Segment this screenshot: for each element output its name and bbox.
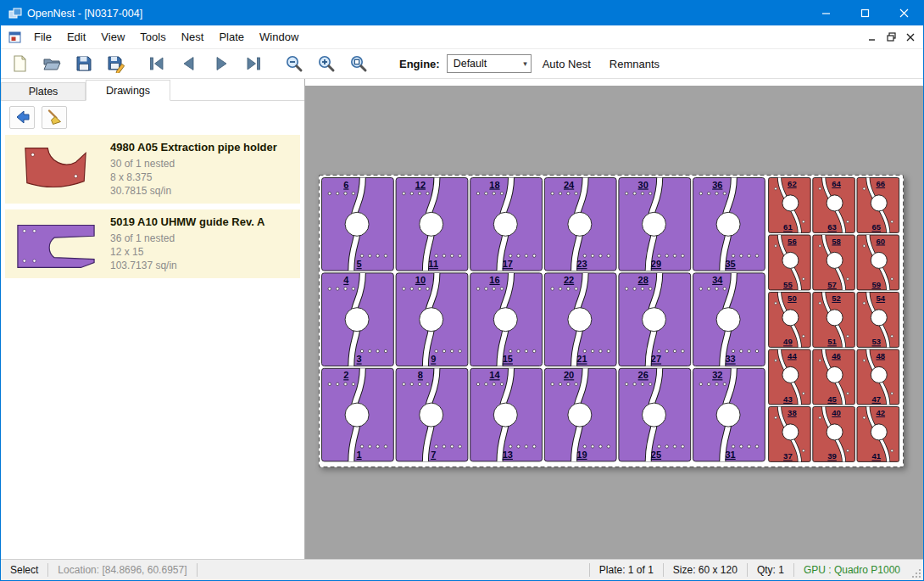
part-number: 63: [827, 222, 837, 232]
menu-window[interactable]: Window: [252, 26, 306, 47]
part-number: 47: [872, 394, 882, 404]
drill-hole: [802, 450, 804, 452]
minimize-button[interactable]: [806, 1, 845, 25]
purple-part-pair[interactable]: 3635: [693, 178, 765, 271]
drill-hole: [344, 192, 347, 194]
open-folder-icon: [42, 54, 61, 73]
drill-hole: [376, 445, 379, 448]
red-part-pair[interactable]: 4443: [769, 349, 811, 405]
drill-hole: [525, 254, 527, 257]
part-number: 65: [872, 222, 882, 232]
mdi-restore-button[interactable]: [887, 32, 896, 42]
red-part-pair[interactable]: 5453: [857, 293, 899, 348]
first-plate-button[interactable]: [145, 52, 169, 75]
drill-hole: [337, 288, 339, 290]
part-number: 64: [832, 179, 841, 188]
close-button[interactable]: [884, 1, 923, 25]
next-plate-button[interactable]: [209, 52, 233, 75]
sidebar-tabstrip: Plates Drawings: [1, 79, 304, 101]
purple-part-pair[interactable]: 2423: [544, 178, 616, 271]
red-part-pair[interactable]: 6463: [813, 178, 855, 233]
red-part-pair[interactable]: 5655: [769, 235, 811, 290]
purple-part-pair[interactable]: 43: [322, 273, 394, 366]
drill-hole: [369, 349, 371, 352]
last-plate-button[interactable]: [242, 52, 265, 75]
part-number: 38: [788, 408, 797, 417]
red-part-pair[interactable]: 6665: [857, 178, 899, 233]
tab-plates[interactable]: Plates: [1, 82, 86, 100]
purple-part-pair[interactable]: 1817: [470, 178, 543, 271]
zoom-fit-button[interactable]: [347, 52, 370, 75]
drill-hole: [493, 383, 495, 385]
red-part-pair[interactable]: 5251: [813, 293, 855, 348]
engine-select[interactable]: Default ▾: [447, 54, 532, 73]
status-location: Location: [84.8696, 60.6957]: [48, 564, 196, 576]
purple-part-pair[interactable]: 87: [396, 368, 468, 461]
drill-hole: [352, 383, 354, 385]
drawing-item-uhmw-guide[interactable]: 5019 A10 UHMW guide Rev. A 36 of 1 neste…: [5, 209, 300, 278]
red-part-pair[interactable]: 6261: [769, 178, 811, 233]
zoom-in-button[interactable]: [314, 52, 338, 75]
menu-file[interactable]: File: [26, 26, 59, 47]
drill-hole: [732, 254, 734, 257]
red-part-pair[interactable]: 5857: [813, 235, 855, 290]
purple-part-pair[interactable]: 3433: [693, 273, 765, 366]
previous-plate-button[interactable]: [177, 52, 201, 75]
red-part-pair[interactable]: 4645: [813, 349, 855, 405]
red-part-pair[interactable]: 5049: [769, 293, 811, 348]
clear-drawings-button[interactable]: [42, 106, 67, 129]
import-drawing-button[interactable]: [9, 106, 35, 129]
part-number: 2: [343, 370, 348, 380]
drill-hole: [500, 288, 503, 290]
purple-part-pair[interactable]: 1211: [396, 178, 468, 271]
red-part-pair[interactable]: 4847: [857, 349, 899, 405]
previous-arrow-icon: [179, 53, 199, 74]
document-icon[interactable]: [8, 31, 21, 43]
purple-part-pair[interactable]: 3029: [619, 178, 691, 271]
new-file-button[interactable]: [8, 52, 31, 75]
auto-nest-button[interactable]: Auto Nest: [535, 53, 598, 75]
purple-part-pair[interactable]: 2625: [619, 368, 691, 461]
save-as-button[interactable]: [104, 52, 128, 75]
purple-part-pair[interactable]: 21: [322, 368, 394, 461]
resize-grip[interactable]: [910, 560, 923, 580]
open-file-button[interactable]: [40, 52, 64, 75]
nest-plate-svg[interactable]: 6512111817242330293635431091615222128273…: [319, 175, 904, 467]
nest-canvas[interactable]: 6512111817242330293635431091615222128273…: [305, 79, 923, 559]
drill-hole: [599, 349, 602, 352]
menu-plate[interactable]: Plate: [211, 26, 252, 47]
zoom-out-button[interactable]: [282, 52, 306, 75]
purple-part-pair[interactable]: 3231: [693, 368, 765, 461]
menu-edit[interactable]: Edit: [59, 26, 93, 47]
nest-plate[interactable]: 6512111817242330293635431091615222128273…: [319, 175, 904, 467]
purple-part-pair[interactable]: 2019: [544, 368, 616, 461]
part-number: 62: [788, 179, 797, 188]
purple-part-pair[interactable]: 1615: [470, 273, 543, 366]
purple-part-pair[interactable]: 109: [396, 273, 468, 366]
red-part-pair[interactable]: 4039: [813, 407, 855, 462]
mdi-minimize-button[interactable]: [868, 33, 877, 42]
purple-part-pair[interactable]: 1413: [470, 368, 543, 461]
red-part-pair[interactable]: 4241: [857, 407, 899, 462]
purple-part-pair[interactable]: 65: [322, 178, 394, 271]
drill-hole: [775, 416, 777, 419]
drawing-item-extraction-pipe-holder[interactable]: 4980 A05 Extraction pipe holder 30 of 1 …: [5, 135, 300, 204]
tab-drawings[interactable]: Drawings: [86, 80, 170, 101]
purple-part-pair[interactable]: 2221: [544, 273, 616, 366]
red-part-pair[interactable]: 6059: [857, 235, 899, 290]
part-number: 60: [877, 237, 886, 246]
save-button[interactable]: [72, 52, 96, 75]
purple-part-pair[interactable]: 2827: [619, 273, 691, 366]
mdi-close-button[interactable]: [906, 33, 915, 42]
drill-hole: [352, 288, 354, 290]
drill-hole: [517, 254, 520, 257]
menu-tools[interactable]: Tools: [132, 26, 173, 47]
drill-hole: [863, 302, 866, 304]
maximize-button[interactable]: [845, 1, 884, 25]
menu-nest[interactable]: Nest: [174, 26, 212, 47]
red-part-pair[interactable]: 3837: [769, 407, 811, 462]
drill-hole: [723, 383, 726, 385]
remnants-button[interactable]: Remnants: [602, 53, 667, 75]
menu-view[interactable]: View: [93, 26, 132, 47]
drill-hole: [517, 349, 520, 352]
